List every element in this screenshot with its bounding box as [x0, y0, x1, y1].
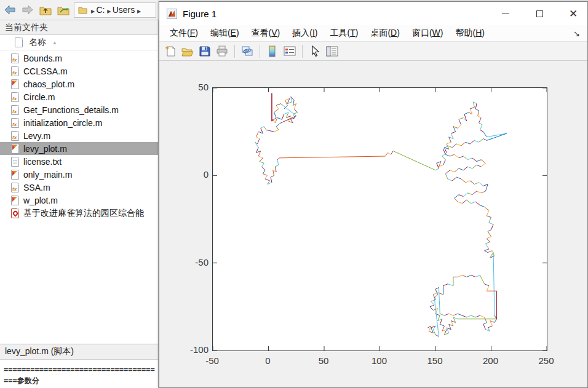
desktop-toolbar: ▶ C: ▶ Users ▶ [0, 0, 159, 20]
file-preview-pane: ================================== ===参数… [0, 360, 158, 388]
list-item[interactable]: 基于改进麻雀算法的园区综合能 [0, 207, 158, 220]
menu-T[interactable]: 工具(T) [325, 26, 364, 40]
folder-up-icon [39, 5, 52, 15]
file-icon-script [11, 79, 19, 89]
list-item[interactable]: chaos_plot.m [0, 77, 158, 90]
file-icon-function: fx [11, 53, 19, 63]
maximize-button[interactable] [525, 2, 554, 25]
file-icon-pdf [11, 208, 19, 218]
file-name: license.txt [23, 157, 62, 167]
new-figure-button[interactable] [163, 44, 178, 58]
list-item[interactable]: w_plot.m [0, 194, 158, 207]
file-list: fxBounds.mfxCCLSSA.mchaos_plot.mfxCircle… [0, 50, 158, 344]
file-icon-function: fx [11, 66, 19, 76]
insert-colorbar-icon [268, 46, 277, 57]
file-icon-script [11, 170, 19, 180]
save-icon [199, 46, 210, 57]
minimize-icon [502, 14, 509, 14]
list-item[interactable]: levy_plot.m [0, 142, 158, 155]
file-name: initialization_circle.m [23, 118, 102, 128]
list-item[interactable]: fxGet_Functions_details.m [0, 103, 158, 116]
file-name: CCLSSA.m [23, 66, 68, 76]
y-tick-label: -100 [181, 344, 209, 355]
file-icon-script [11, 196, 19, 205]
list-item[interactable]: license.txt [0, 155, 158, 168]
y-tick-label: 0 [181, 169, 209, 180]
breadcrumb[interactable]: ▶ C: ▶ Users ▶ [74, 2, 156, 18]
file-name: chaos_plot.m [23, 79, 74, 89]
close-icon: ✕ [569, 9, 578, 19]
forward-icon [22, 5, 34, 15]
list-item[interactable]: fxCCLSSA.m [0, 65, 158, 77]
insert-legend-button[interactable] [282, 44, 297, 58]
list-item[interactable]: fxinitialization_circle.m [0, 116, 158, 129]
print-figure-button[interactable] [215, 44, 229, 58]
list-item[interactable]: fxBounds.m [0, 52, 158, 65]
minimize-button[interactable] [491, 2, 520, 25]
insert-colorbar-button[interactable] [265, 44, 280, 58]
file-name: Get_Functions_details.m [23, 105, 119, 115]
edit-plot-cursor-icon [309, 46, 320, 57]
x-tick-label: 50 [319, 355, 329, 366]
folder-icon [78, 6, 87, 14]
breadcrumb-segment[interactable]: Users [113, 5, 137, 15]
x-tick-label: 200 [483, 355, 498, 366]
link-plot-button[interactable] [240, 44, 255, 58]
figure-toolbar [159, 42, 587, 61]
forward-button[interactable] [20, 2, 35, 17]
file-name: levy_plot.m [23, 144, 67, 154]
menu-I[interactable]: 插入(I) [287, 26, 323, 40]
file-name: Levy.m [23, 131, 50, 141]
current-folder-panel: 当前文件夹 名称 ▲ fxBounds.mfxCCLSSA.mchaos_plo… [0, 20, 159, 388]
menu-W[interactable]: 窗口(W) [407, 26, 449, 40]
list-item[interactable]: fxLevy.m [0, 129, 158, 142]
matlab-desktop: ▶ C: ▶ Users ▶ 当前文件夹 名称 ▲ fxBounds.mfxCC… [0, 0, 588, 388]
menu-H[interactable]: 帮助(H) [450, 26, 490, 40]
x-tick-label: 250 [538, 355, 554, 366]
open-file-button[interactable] [180, 44, 195, 58]
back-icon [4, 5, 16, 15]
breadcrumb-separator-icon: ▶ [107, 9, 112, 14]
file-name: SSA.m [23, 183, 50, 192]
up-one-level-button[interactable] [38, 2, 53, 17]
file-icon-function: fx [11, 131, 19, 141]
menu-D[interactable]: 桌面(D) [365, 26, 405, 40]
link-plot-icon [241, 46, 253, 57]
save-figure-button[interactable] [197, 44, 212, 58]
figure-titlebar[interactable]: Figure 1 ✕ [159, 2, 587, 25]
browse-folder-button[interactable] [56, 2, 71, 17]
menu-F[interactable]: 文件(F) [164, 26, 204, 40]
sort-ascending-icon: ▲ [52, 40, 57, 46]
close-button[interactable]: ✕ [559, 2, 587, 25]
breadcrumb-segment[interactable]: C: [96, 5, 107, 15]
name-column-header[interactable]: 名称 ▲ [0, 35, 158, 50]
x-tick-label: 150 [427, 355, 442, 366]
x-tick-label: 0 [265, 355, 270, 366]
list-item[interactable]: fxSSA.m [0, 181, 158, 194]
file-details-bar: levy_plot.m (脚本) [0, 344, 158, 360]
list-item[interactable]: only_main.m [0, 168, 158, 181]
figure-menubar: 文件(F)编辑(E)查看(V)插入(I)工具(T)桌面(D)窗口(W)帮助(H)… [159, 25, 587, 42]
dock-figure-icon[interactable]: ↘ [573, 29, 582, 38]
file-icon-text [11, 157, 19, 167]
file-icon-function: fx [11, 118, 19, 128]
property-inspector-button[interactable] [325, 44, 340, 58]
file-icon-function: fx [11, 105, 19, 115]
panel-title: 当前文件夹 [0, 20, 158, 35]
menu-E[interactable]: 编辑(E) [205, 26, 245, 40]
file-name: Circle.m [23, 92, 55, 102]
x-tick-label: 100 [371, 355, 387, 366]
new-figure-icon [165, 46, 177, 57]
open-file-icon [181, 46, 194, 57]
file-icon-function: fx [11, 183, 19, 192]
list-item[interactable]: fxCircle.m [0, 90, 158, 103]
file-name: w_plot.m [23, 196, 58, 205]
toolbar-separator [260, 45, 260, 58]
edit-plot-button[interactable] [308, 44, 322, 58]
print-icon [216, 46, 228, 57]
menu-V[interactable]: 查看(V) [246, 26, 286, 40]
x-tick-label: -50 [205, 355, 219, 366]
plot-axes [212, 87, 547, 351]
back-button[interactable] [2, 2, 17, 17]
maximize-icon [536, 10, 543, 17]
